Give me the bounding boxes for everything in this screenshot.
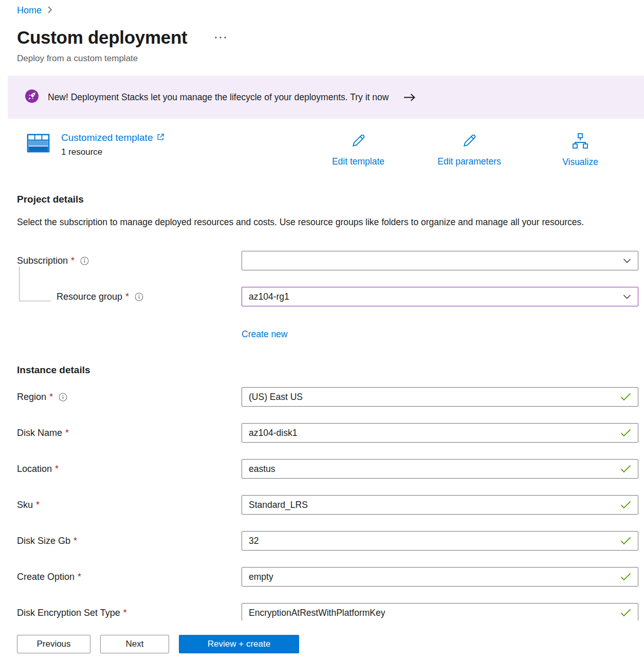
external-link-icon <box>157 132 164 143</box>
title-row: Custom deployment <box>17 25 644 50</box>
project-details-heading: Project details <box>17 193 644 206</box>
breadcrumb: Home <box>0 0 644 16</box>
deployment-stacks-banner[interactable]: New! Deployment Stacks let you manage th… <box>8 76 644 119</box>
chevron-down-icon[interactable] <box>623 293 631 301</box>
required-asterisk: * <box>73 536 77 546</box>
tree-connector-line <box>19 266 51 301</box>
disk-size-input[interactable]: 32 <box>242 531 638 551</box>
required-asterisk: * <box>71 255 75 266</box>
subscription-dropdown[interactable] <box>242 251 638 270</box>
required-asterisk: * <box>123 608 127 618</box>
info-icon[interactable] <box>59 393 67 401</box>
valid-check-icon <box>620 429 631 437</box>
template-icon <box>26 131 50 157</box>
location-row: Location * eastus <box>17 459 644 479</box>
instance-details-form: Region * (US) East US Disk Name * az104-… <box>0 387 644 620</box>
location-label: Location <box>17 464 52 474</box>
disk-encryption-set-type-row: Disk Encryption Set Type * EncryptionAtR… <box>17 603 644 620</box>
required-asterisk: * <box>125 291 129 302</box>
disk-name-label: Disk Name <box>17 428 62 438</box>
resource-group-row: Resource group * az104-rg1 <box>17 287 644 306</box>
valid-check-icon <box>620 609 631 617</box>
instance-details-heading: Instance details <box>17 363 644 377</box>
template-info: Customized template 1 resource <box>26 131 164 157</box>
sku-label: Sku <box>17 500 33 510</box>
chevron-right-icon <box>47 5 53 16</box>
disk-name-input[interactable]: az104-disk1 <box>242 423 638 443</box>
page-content: Home Custom deployment Deploy from a cus… <box>0 0 644 620</box>
edit-parameters-button[interactable]: Edit parameters <box>426 132 513 167</box>
valid-check-icon <box>620 501 631 509</box>
required-asterisk: * <box>49 392 53 403</box>
required-asterisk: * <box>65 428 69 438</box>
region-label: Region <box>17 392 46 403</box>
visualize-button[interactable]: Visualize <box>547 132 614 168</box>
create-new-link[interactable]: Create new <box>242 329 288 340</box>
chevron-down-icon[interactable] <box>623 257 631 265</box>
required-asterisk: * <box>55 464 59 474</box>
required-asterisk: * <box>78 572 81 582</box>
template-texts: Customized template 1 resource <box>61 131 164 157</box>
region-input[interactable]: (US) East US <box>242 387 638 407</box>
wizard-footer: Previous Next Review + create <box>0 620 644 658</box>
subscription-row: Subscription * <box>17 251 644 270</box>
edit-template-button[interactable]: Edit template <box>320 132 397 167</box>
location-input[interactable]: eastus <box>242 459 638 479</box>
disk-encryption-set-type-input[interactable]: EncryptionAtRestWithPlatformKey <box>242 603 638 620</box>
valid-check-icon <box>620 573 631 581</box>
required-asterisk: * <box>36 500 40 510</box>
valid-check-icon <box>620 393 631 401</box>
template-summary: Customized template 1 resource Edit temp… <box>0 130 644 170</box>
disk-size-label: Disk Size Gb <box>17 536 70 546</box>
previous-button[interactable]: Previous <box>17 635 90 653</box>
page-subtitle: Deploy from a custom template <box>17 53 644 64</box>
project-details-form: Subscription * Resource group * <box>0 251 644 340</box>
review-create-button[interactable]: Review + create <box>179 635 299 653</box>
valid-check-icon <box>620 465 631 473</box>
banner-message[interactable]: New! Deployment Stacks let you manage th… <box>48 92 389 103</box>
subscription-label: Subscription <box>17 255 68 266</box>
pencil-icon <box>461 141 478 151</box>
template-resource-count: 1 resource <box>61 147 164 157</box>
resource-group-dropdown[interactable]: az104-rg1 <box>242 287 638 306</box>
info-icon[interactable] <box>80 257 89 265</box>
disk-encryption-set-type-label: Disk Encryption Set Type <box>17 608 120 618</box>
breadcrumb-home-link[interactable]: Home <box>17 5 42 16</box>
pencil-icon <box>350 141 367 151</box>
region-row: Region * (US) East US <box>17 387 644 407</box>
arrow-right-icon[interactable] <box>403 93 416 102</box>
resource-group-label: Resource group <box>57 291 122 302</box>
valid-check-icon <box>620 537 631 545</box>
customized-template-link[interactable]: Customized template <box>61 132 164 143</box>
project-details-description: Select the subscription to manage deploy… <box>17 214 608 230</box>
page-title: Custom deployment <box>17 25 187 50</box>
disk-size-row: Disk Size Gb * 32 <box>17 531 644 551</box>
sku-row: Sku * Standard_LRS <box>17 495 644 515</box>
info-icon[interactable] <box>135 293 143 301</box>
rocket-icon <box>25 89 39 106</box>
hierarchy-icon <box>572 141 589 152</box>
create-option-input[interactable]: empty <box>242 567 638 587</box>
create-option-row: Create Option * empty <box>17 567 644 587</box>
more-options-icon[interactable] <box>212 33 229 42</box>
sku-input[interactable]: Standard_LRS <box>242 495 638 515</box>
next-button[interactable]: Next <box>100 635 169 653</box>
create-option-label: Create Option <box>17 572 75 582</box>
disk-name-row: Disk Name * az104-disk1 <box>17 423 644 443</box>
